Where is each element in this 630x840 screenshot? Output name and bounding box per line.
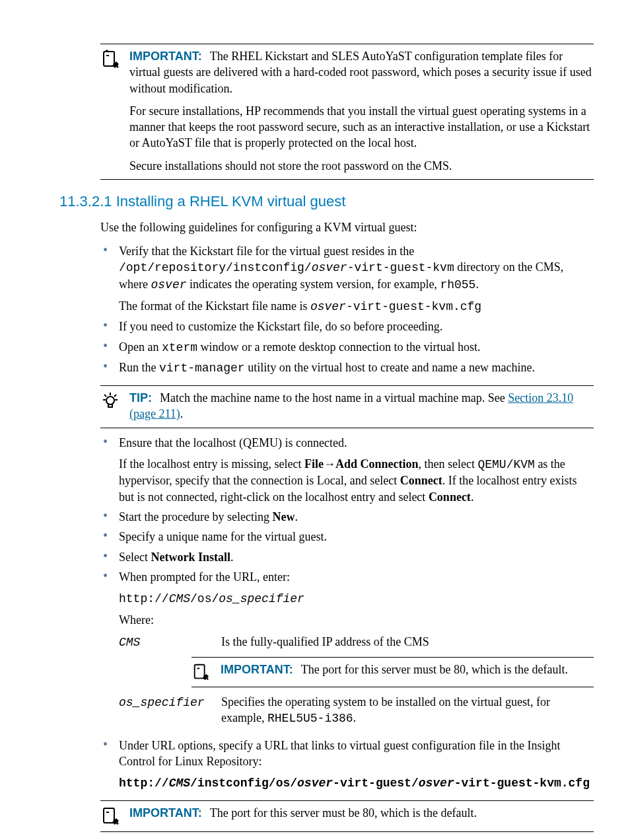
- text: .: [230, 551, 234, 564]
- code-var: osver: [310, 300, 346, 313]
- text: .: [475, 278, 479, 291]
- text: Run the: [119, 361, 159, 374]
- text: .: [295, 510, 298, 523]
- svg-point-2: [106, 397, 114, 404]
- code-var: osver: [151, 278, 186, 291]
- code-url: http://: [119, 592, 169, 605]
- callout-text: Secure installations should not store th…: [129, 158, 594, 174]
- svg-rect-0: [104, 52, 114, 66]
- important-label: IMPORTANT:: [221, 663, 293, 676]
- document-page: IMPORTANT:The RHEL Kickstart and SLES Au…: [59, 44, 594, 840]
- guideline-list: Ensure that the localhost (QEMU) is conn…: [100, 435, 594, 794]
- tip-callout: TIP:Match the machine name to the host n…: [100, 385, 594, 428]
- important-callout: IMPORTANT:The RHEL Kickstart and SLES Au…: [100, 44, 594, 180]
- list-item: When prompted for the URL, enter: http:/…: [100, 569, 594, 736]
- callout-text: The port for this server must be 80, whi…: [301, 663, 568, 676]
- code-example: RHEL5U5-i386: [267, 712, 353, 725]
- where-row: CMS Is the fully-qualified IP address of…: [119, 634, 594, 650]
- text: .: [471, 490, 474, 504]
- tip-label: TIP:: [129, 391, 152, 404]
- code-var: CMS: [169, 592, 190, 605]
- list-item: Verify that the Kickstart file for the v…: [100, 243, 594, 317]
- code-var: osver: [297, 777, 333, 790]
- callout-text: For secure installations, HP recommends …: [129, 103, 594, 151]
- code-url: http://: [119, 777, 169, 790]
- list-item: Specify a unique name for the virtual gu…: [100, 529, 594, 547]
- svg-rect-9: [195, 665, 205, 679]
- code-url: /instconfig/os/: [190, 777, 297, 790]
- menu-name: Network Install: [151, 551, 230, 564]
- list-item: Ensure that the localhost (QEMU) is conn…: [100, 435, 594, 508]
- svg-rect-3: [108, 404, 112, 407]
- code-var: CMS: [169, 777, 190, 790]
- list-item: Open an xterm window or a remote desktop…: [100, 339, 594, 358]
- text: Specify a unique name for the virtual gu…: [119, 529, 594, 545]
- list-item: If you need to customize the Kickstart f…: [100, 319, 594, 337]
- where-label: Where:: [119, 612, 594, 628]
- text: Ensure that the localhost (QEMU) is conn…: [119, 435, 594, 451]
- code-path: -virt-guest-kvm: [347, 261, 454, 274]
- svg-rect-11: [104, 808, 114, 823]
- section-number: 11.3.2.1: [59, 193, 112, 210]
- text: Match the machine name to the host name …: [160, 391, 508, 404]
- text: If the localhost entry is missing, selec…: [119, 457, 304, 471]
- code-url: -virt-guest-kvm.cfg: [454, 777, 590, 790]
- list-item: Select Network Install.: [100, 549, 594, 568]
- section-title: Installing a RHEL KVM virtual guest: [116, 193, 346, 210]
- important-icon: [100, 48, 129, 69]
- code-example: rh055: [440, 278, 475, 291]
- svg-line-7: [104, 395, 106, 397]
- text: .: [180, 407, 184, 420]
- section-heading: 11.3.2.1 Installing a RHEL KVM virtual g…: [59, 192, 594, 211]
- code-var: osver: [312, 261, 347, 274]
- text: Select: [119, 551, 151, 564]
- text: Open an: [119, 340, 162, 354]
- important-icon: [192, 662, 221, 681]
- text: , then select: [418, 457, 477, 471]
- code-path: -virt-guest-kvm.cfg: [346, 300, 481, 313]
- text: The format of the Kickstart file name is: [119, 299, 310, 313]
- lightbulb-icon: [100, 390, 129, 411]
- menu-name: Add Connection: [335, 457, 419, 471]
- where-table: CMS Is the fully-qualified IP address of…: [119, 634, 594, 650]
- code-path: /opt/repository/instconfig/: [119, 261, 312, 274]
- code-text: QEMU/KVM: [477, 458, 534, 471]
- text: When prompted for the URL, enter:: [119, 569, 594, 585]
- list-item: Start the procedure by selecting New.: [100, 509, 594, 527]
- text: Start the procedure by selecting: [119, 510, 272, 523]
- menu-name: Connect: [429, 490, 471, 504]
- important-icon: [100, 805, 129, 826]
- svg-line-8: [114, 395, 116, 397]
- important-callout: IMPORTANT:The port for this server must …: [192, 657, 594, 687]
- text: Under URL options, specify a URL that li…: [119, 738, 594, 770]
- arrow: →: [324, 457, 335, 471]
- important-callout: IMPORTANT:The port for this server must …: [100, 800, 594, 832]
- text: Verify that the Kickstart file for the v…: [119, 245, 414, 258]
- important-label: IMPORTANT:: [129, 806, 202, 820]
- callout-text: The port for this server must be 80, whi…: [210, 806, 477, 820]
- text: indicates the operating system version, …: [187, 278, 440, 291]
- code-var: os_specifier: [219, 592, 304, 605]
- where-term: CMS: [119, 636, 140, 649]
- important-label: IMPORTANT:: [129, 50, 202, 63]
- guideline-list: Verify that the Kickstart file for the v…: [100, 243, 594, 379]
- where-definition: Specifies the operating system to be ins…: [221, 694, 594, 727]
- menu-name: File: [304, 457, 324, 471]
- where-definition: Is the fully-qualified IP address of the…: [221, 634, 594, 650]
- text: If you need to customize the Kickstart f…: [119, 319, 594, 334]
- where-term: os_specifier: [119, 696, 205, 709]
- where-row: os_specifier Specifies the operating sys…: [119, 694, 594, 727]
- list-item: Under URL options, specify a URL that li…: [100, 738, 594, 794]
- menu-name: Connect: [400, 474, 442, 487]
- list-item: Run the virt-manager utility on the virt…: [100, 360, 594, 379]
- text: window or a remote desktop connection to…: [197, 340, 480, 354]
- code-command: xterm: [162, 341, 197, 354]
- intro-paragraph: Use the following guidelines for configu…: [100, 219, 594, 235]
- code-var: osver: [419, 777, 454, 790]
- menu-name: New: [272, 510, 295, 523]
- text: utility on the virtual host to create an…: [245, 361, 535, 374]
- code-command: virt-manager: [159, 362, 245, 375]
- text: .: [353, 711, 357, 724]
- where-table: os_specifier Specifies the operating sys…: [119, 694, 594, 727]
- code-url: -virt-guest/: [333, 777, 419, 790]
